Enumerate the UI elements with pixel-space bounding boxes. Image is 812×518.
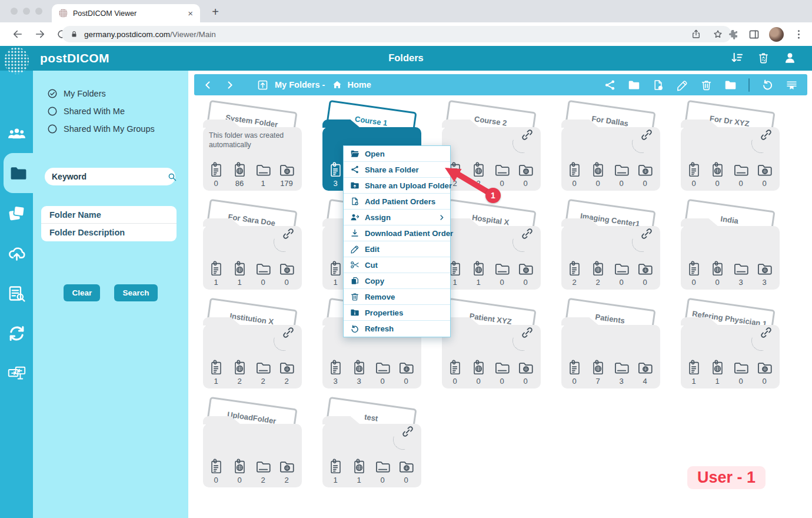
new-tab-button[interactable]: + [207,4,224,20]
folder-body[interactable]: 0000 [442,325,541,388]
menu-item-properties[interactable]: Properties [344,305,450,321]
folder-body[interactable]: 2200 [442,127,541,191]
add-patient-order-icon[interactable] [652,79,664,91]
folder-card[interactable]: Patients0734 [561,303,660,391]
delete-icon[interactable] [700,79,713,91]
menu-item-assign[interactable]: Assign [344,210,450,225]
folder-filter-radio-1[interactable]: Shared With Me [47,102,182,120]
refresh-icon[interactable] [761,79,774,91]
folder-body[interactable]: 0033 [681,226,780,290]
folder-card[interactable]: test1100 [322,401,421,490]
folder-name: test [364,413,378,423]
back-icon[interactable] [12,28,24,40]
user-icon[interactable] [783,51,797,65]
share-icon[interactable] [604,79,616,91]
folder-body[interactable]: 0000 [561,127,660,191]
folder-card[interactable]: For Dallas0000 [561,105,660,193]
folder-card[interactable]: System FolderThis folder was created aut… [203,105,302,193]
menu-item-add-patient-orders[interactable]: Add Patient Orders [344,194,450,210]
menu-item-remove[interactable]: Remove [344,289,450,305]
folder-filter-radio-2[interactable]: Shared With My Groups [47,120,182,138]
recycle-bin-icon[interactable] [757,51,770,65]
browser-tab[interactable]: PostDICOM Viewer × [52,4,200,22]
search-icon[interactable] [167,172,177,182]
menu-item-copy[interactable]: Copy [344,273,450,289]
folder-body[interactable]: 1100 [203,226,302,290]
rail-item-remote-connect[interactable] [0,353,33,393]
extensions-icon[interactable] [727,28,739,41]
subfolders-count: 1 [251,162,275,188]
rail-item-patients[interactable] [0,113,33,153]
shared-link-icon [521,326,536,341]
count-value: 2 [452,179,457,188]
menu-item-label: Cut [365,261,378,270]
home-icon[interactable] [332,79,342,90]
folder-body[interactable]: 0000 [681,127,780,191]
clear-button[interactable]: Clear [64,284,100,301]
folder-description-input[interactable] [49,228,168,237]
window-controls[interactable] [11,8,42,15]
tab-close-icon[interactable]: × [188,9,193,18]
menu-item-share-an-upload-folder[interactable]: Share an Upload Folder [344,178,450,194]
folder-card[interactable]: Refering Physician 11100 [681,303,780,391]
folder-body[interactable]: 2200 [561,226,660,290]
rail-item-images[interactable] [0,193,33,233]
folder-card[interactable]: Patient XYZ0000 [442,303,541,391]
folder-card[interactable]: India0033 [681,204,780,292]
folder-card[interactable]: For Sara Doe1100 [203,204,302,292]
browser-menu-icon[interactable] [793,28,805,41]
folder-body[interactable]: 1100 [681,325,780,388]
keyword-search-box[interactable] [45,168,175,185]
menu-item-edit[interactable]: Edit [344,241,450,257]
folder-body[interactable]: 1100 [322,424,421,487]
link-icon [282,326,295,339]
folder-name-input[interactable] [49,210,168,220]
bookmark-star-icon[interactable] [713,29,723,39]
menu-item-open[interactable]: Open [344,146,450,162]
folder-filter-radio-0[interactable]: My Folders [47,85,182,102]
back-chevron-icon[interactable] [202,79,214,91]
share-page-icon[interactable] [691,29,701,39]
folder-body[interactable]: This folder was created automatically086… [203,127,302,191]
browser-profile-avatar[interactable] [769,27,784,42]
assign-icon [350,212,360,222]
folder-card[interactable]: UploadFolder0022 [203,401,302,490]
folder-card[interactable]: Hospital X1100 [442,204,541,292]
folder-body[interactable]: 1100 [442,226,541,290]
rail-item-upload[interactable] [0,233,33,273]
keyword-input[interactable] [52,172,167,181]
folder-search-panel [41,206,177,241]
folder-card[interactable]: Course 22200 [442,105,541,193]
forward-chevron-icon[interactable] [224,79,235,91]
folder-card[interactable]: Imaging Center12200 [561,204,660,292]
folder-body[interactable]: 0022 [203,424,302,487]
breadcrumb-home-label[interactable]: Home [347,80,371,89]
menu-item-share-a-folder[interactable]: Share a Folder [344,162,450,178]
folder-body[interactable]: 1222 [203,325,302,388]
worklist-icon[interactable] [786,79,798,91]
menu-item-refresh[interactable]: Refresh [344,321,450,337]
menu-item-cut[interactable]: Cut [344,257,450,273]
rail-item-folders[interactable] [4,153,33,193]
rail-item-order-search[interactable] [0,273,33,313]
forward-icon[interactable] [34,28,46,40]
monitor-sync-icon [8,364,26,383]
rail-item-sync[interactable] [0,313,33,353]
sort-download-icon[interactable] [730,51,744,65]
subfolders-count: 0 [610,162,633,188]
count-value: 2 [261,377,265,386]
folder-card[interactable]: Institution X1222 [203,303,302,391]
url-bar[interactable]: germany.postdicom.com/Viewer/Main [62,26,731,42]
folder-card[interactable]: For Dr XYZ0000 [681,105,780,193]
upload-folder-icon[interactable] [628,79,640,91]
menu-item-download-patient-order[interactable]: Download Patient Order [344,225,450,241]
patient-orders-count-icon [328,261,344,277]
edit-icon[interactable] [676,79,688,91]
side-panel-icon[interactable] [748,28,760,41]
folder-counts: 0000 [682,162,776,188]
folder-info-icon[interactable] [724,79,737,91]
search-button[interactable]: Search [114,284,157,301]
folder-body[interactable]: 0734 [561,325,660,388]
upload-box-icon[interactable] [257,79,269,91]
shared-orders-count-icon [351,459,367,475]
